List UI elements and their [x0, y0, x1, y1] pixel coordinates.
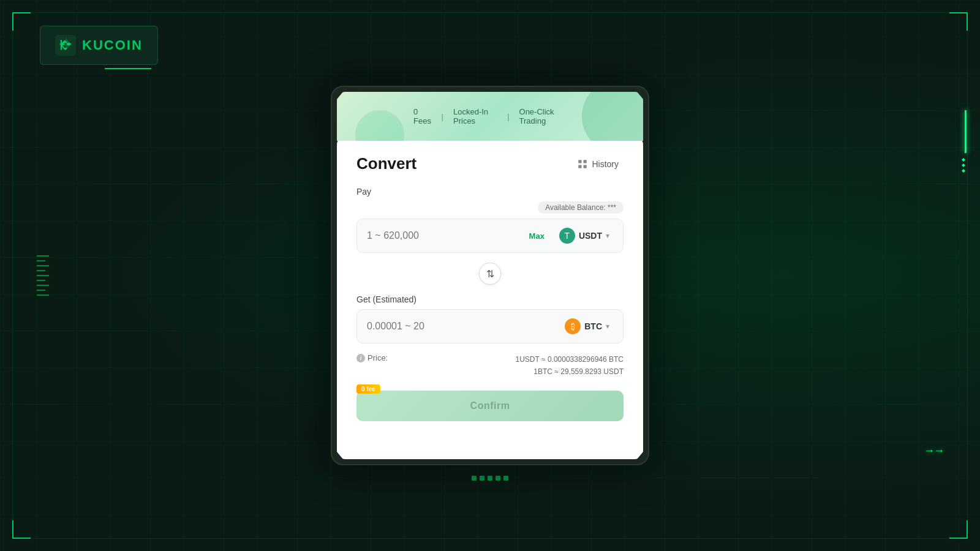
banner-divider-2: |: [507, 112, 509, 121]
confirm-button-wrapper: 0 fee Confirm: [356, 391, 624, 421]
right-accent-line: [965, 110, 967, 153]
banner-divider-1: |: [442, 112, 443, 121]
feature-0-fees: 0 Fees: [413, 107, 432, 126]
price-line-2: 1BTC ≈ 29,559.8293 USDT: [516, 365, 624, 378]
feature-locked-prices: Locked-In Prices: [453, 107, 497, 126]
available-balance-badge: Available Balance: ***: [538, 201, 624, 214]
bottom-arrows: →→: [924, 444, 943, 457]
bottom-dots-decoration: [472, 476, 508, 481]
logo-box: KUCOIN: [40, 26, 158, 65]
price-label-text: Price:: [368, 353, 388, 362]
left-decorations: [37, 255, 49, 296]
get-amount-input[interactable]: [367, 321, 555, 332]
btc-icon: ₿: [565, 318, 581, 334]
pay-amount-input[interactable]: [367, 230, 518, 241]
price-line-1: 1USDT ≈ 0.0000338296946 BTC: [516, 353, 624, 365]
svg-rect-3: [579, 160, 582, 163]
swap-button[interactable]: ⇅: [479, 263, 501, 285]
svg-rect-4: [584, 160, 587, 163]
fee-badge: 0 fee: [356, 384, 380, 394]
get-label: Get (Estimated): [356, 294, 624, 304]
price-label: i Price:: [356, 353, 388, 362]
history-icon: [577, 159, 588, 170]
feature-one-click: One-Click Trading: [519, 107, 567, 126]
usdt-symbol: T: [565, 231, 570, 241]
svg-rect-5: [579, 165, 582, 168]
confirm-button[interactable]: Confirm: [356, 391, 624, 421]
modal-banner: 0 Fees | Locked-In Prices | One-Click Tr…: [337, 92, 643, 141]
right-accent-dots: [962, 158, 965, 173]
price-info: i Price: 1USDT ≈ 0.0000338296946 BTC 1BT…: [356, 353, 624, 378]
swap-row: ⇅: [356, 263, 624, 285]
available-balance-label: Available Balance:: [545, 203, 606, 212]
get-currency-label: BTC: [584, 321, 602, 331]
history-label: History: [592, 159, 619, 169]
modal-container: 0 Fees | Locked-In Prices | One-Click Tr…: [331, 86, 649, 465]
balance-row: Available Balance: ***: [356, 201, 624, 214]
convert-title: Convert: [356, 154, 417, 173]
max-button[interactable]: Max: [524, 230, 549, 242]
available-balance-value: ***: [608, 203, 616, 212]
history-button[interactable]: History: [572, 156, 624, 172]
pay-input-row[interactable]: Max T USDT ▾: [356, 219, 624, 253]
usdt-icon: T: [559, 228, 575, 244]
modal-inner: 0 Fees | Locked-In Prices | One-Click Tr…: [337, 92, 643, 459]
logo-text: KUCOIN: [82, 37, 143, 53]
get-currency-chevron: ▾: [606, 322, 609, 331]
pay-currency-chevron: ▾: [606, 231, 609, 240]
pay-currency-label: USDT: [579, 231, 602, 241]
modal-content: Convert History Pay Available Balance: *: [337, 137, 643, 459]
info-icon: i: [356, 354, 365, 362]
convert-header: Convert History: [356, 154, 624, 173]
pay-label: Pay: [356, 187, 624, 197]
get-input-row[interactable]: ₿ BTC ▾: [356, 309, 624, 343]
btc-symbol: ₿: [571, 321, 575, 331]
corner-decoration-tr: [949, 12, 968, 31]
svg-rect-6: [584, 165, 587, 168]
price-values: 1USDT ≈ 0.0000338296946 BTC 1BTC ≈ 29,55…: [516, 353, 624, 378]
svg-rect-2: [67, 43, 70, 45]
corner-decoration-bl: [12, 520, 31, 539]
corner-decoration-br: [949, 520, 968, 539]
pay-currency-selector[interactable]: T USDT ▾: [556, 227, 613, 245]
banner-features: 0 Fees | Locked-In Prices | One-Click Tr…: [413, 107, 567, 126]
get-currency-selector[interactable]: ₿ BTC ▾: [561, 317, 613, 335]
corner-decoration-tl: [12, 12, 31, 31]
kucoin-logo-icon: [55, 35, 76, 56]
